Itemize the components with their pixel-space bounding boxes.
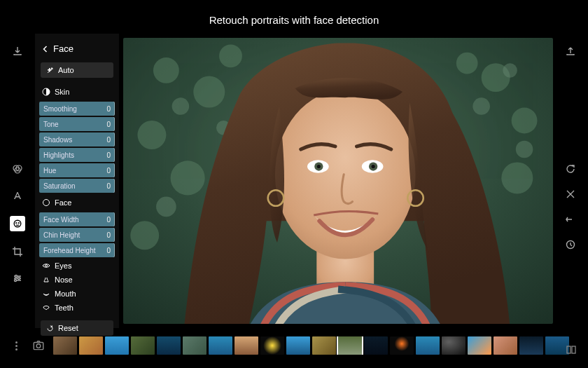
slider-chin-height[interactable]: Chin Height0 [39,228,115,242]
thumbnail[interactable] [260,336,284,355]
text-icon[interactable] [11,189,24,202]
rotate-icon[interactable] [564,163,577,175]
thumbnail[interactable] [468,336,491,355]
svg-point-21 [130,221,159,250]
svg-point-8 [15,280,17,282]
slider-smoothing[interactable]: Smoothing0 [39,102,115,116]
panel-title: Face [53,43,74,54]
slider-value: 0 [106,231,111,239]
svg-point-33 [317,165,321,168]
slider-label: Tone [43,121,59,128]
slider-label: Smoothing [43,105,77,113]
svg-point-11 [46,265,48,267]
nose-icon [42,275,50,284]
thumbnail[interactable] [286,336,310,355]
slider-value: 0 [106,167,111,175]
svg-point-28 [516,141,533,158]
thumbnail[interactable] [157,336,181,355]
thumbnail[interactable] [519,336,543,355]
thumbnail[interactable] [234,336,258,355]
thumbnail[interactable] [493,336,517,355]
skin-section[interactable]: Skin [35,83,119,100]
svg-point-27 [156,197,176,217]
slider-label: Shadows [43,136,72,144]
thumbnail[interactable] [416,336,440,355]
thumbnail[interactable] [312,336,336,355]
svg-point-5 [18,223,19,224]
thumbnail[interactable] [209,336,232,355]
effects-icon[interactable] [564,188,577,200]
adjust-icon[interactable] [11,272,24,285]
svg-point-13 [153,57,179,83]
upload-icon[interactable] [563,43,578,59]
slider-hue[interactable]: Hue0 [39,163,115,177]
slider-value: 0 [106,216,111,224]
retouch-panel: Face Auto Skin Smoothing0Tone0Shadows0Hi… [35,34,119,328]
svg-point-15 [137,121,166,149]
filter-icon[interactable] [11,163,24,175]
mouth-section[interactable]: Mouth [35,287,119,301]
slider-saturation[interactable]: Saturation0 [39,179,115,193]
svg-rect-43 [572,346,575,353]
download-icon[interactable] [10,43,25,59]
slider-label: Hue [43,167,56,175]
svg-point-22 [501,162,533,193]
auto-button[interactable]: Auto [41,62,113,78]
nose-label: Nose [55,275,73,284]
thumbnail[interactable] [183,336,206,355]
svg-point-25 [472,97,490,115]
slider-highlights[interactable]: Highlights0 [39,148,115,162]
more-icon[interactable] [10,339,22,352]
slider-value: 0 [106,247,111,254]
filmstrip [0,327,588,364]
slider-value: 0 [106,182,111,190]
eyes-section[interactable]: Eyes [35,259,119,273]
svg-point-26 [503,63,517,77]
svg-rect-42 [567,346,570,353]
slider-value: 0 [106,136,111,144]
undo-icon[interactable] [564,213,577,226]
svg-point-19 [456,53,478,74]
slider-shadows[interactable]: Shadows0 [39,132,115,146]
face-icon [42,198,50,207]
slider-label: Face Width [43,216,79,224]
thumbnail[interactable] [131,336,155,355]
slider-value: 0 [106,121,111,128]
slider-forehead-height[interactable]: Forehead Height0 [39,243,115,257]
thumbnail[interactable] [442,336,465,355]
teeth-section[interactable]: Teeth [35,301,119,315]
camera-icon[interactable] [31,338,46,353]
photo-preview [123,38,553,324]
svg-point-23 [172,97,190,115]
svg-point-18 [512,108,538,134]
page-title: Retouch portraits with face detection [0,14,588,26]
thumbnail[interactable] [53,336,77,355]
svg-point-20 [171,161,205,195]
mouth-label: Mouth [55,289,76,298]
thumbnail[interactable] [364,336,388,355]
svg-point-3 [14,220,21,227]
svg-point-16 [219,45,242,68]
nose-section[interactable]: Nose [35,273,119,287]
canvas[interactable] [123,38,553,324]
history-icon[interactable] [564,238,577,251]
eyes-label: Eyes [55,261,71,270]
thumbnail[interactable] [105,336,129,355]
slider-tone[interactable]: Tone0 [39,117,115,131]
back-button[interactable]: Face [35,38,119,61]
thumbnail[interactable] [79,336,103,355]
compare-icon[interactable] [564,343,578,357]
face-section[interactable]: Face [35,194,119,211]
svg-point-6 [15,275,18,278]
slider-label: Saturation [43,182,76,190]
thumbnail[interactable] [338,336,362,355]
slider-face-width[interactable]: Face Width0 [39,212,115,226]
skin-label: Skin [55,88,69,96]
mouth-icon [42,289,50,298]
teeth-label: Teeth [55,304,74,312]
thumbnail[interactable] [390,336,414,355]
face-retouch-icon[interactable] [10,216,25,231]
slider-value: 0 [106,151,111,159]
crop-icon[interactable] [11,245,24,258]
teeth-icon [42,304,50,312]
